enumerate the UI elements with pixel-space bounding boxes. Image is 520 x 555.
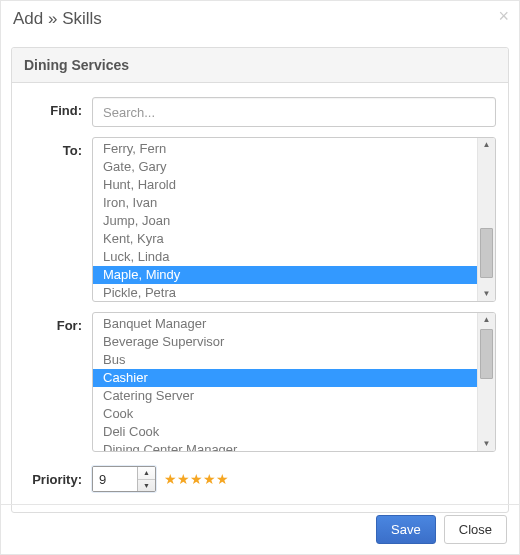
to-scrollbar[interactable]: ▲ ▼ [477,138,495,301]
list-item[interactable]: Bus [93,351,477,369]
list-item[interactable]: Catering Server [93,387,477,405]
list-item[interactable]: Cook [93,405,477,423]
for-scrollbar[interactable]: ▲ ▼ [477,313,495,451]
star-icon: ★ [203,471,216,487]
list-item[interactable]: Gate, Gary [93,158,477,176]
star-icon: ★ [216,471,229,487]
panel: Dining Services Find: To: Ferry, FernGat… [11,47,509,513]
list-item[interactable]: Hunt, Harold [93,176,477,194]
modal-footer: Save Close [1,504,519,554]
close-icon[interactable]: × [498,7,509,25]
scroll-up-icon[interactable]: ▲ [478,313,495,327]
list-item[interactable]: Deli Cook [93,423,477,441]
list-item[interactable]: Maple, Mindy [93,266,477,284]
modal-title: Add » Skills [13,9,102,28]
list-item[interactable]: Kent, Kyra [93,230,477,248]
to-list[interactable]: Ferry, FernGate, GaryHunt, HaroldIron, I… [92,137,496,302]
priority-input[interactable] [93,467,137,491]
search-input[interactable] [92,97,496,127]
list-item[interactable]: Luck, Linda [93,248,477,266]
label-to: To: [24,137,92,158]
priority-stepper[interactable]: ▲ ▼ [92,466,156,492]
step-down-icon[interactable]: ▼ [138,479,155,492]
scroll-down-icon[interactable]: ▼ [478,287,495,301]
list-item[interactable]: Beverage Supervisor [93,333,477,351]
list-item[interactable]: Ferry, Fern [93,140,477,158]
label-priority: Priority: [24,466,92,487]
scroll-up-icon[interactable]: ▲ [478,138,495,152]
for-list[interactable]: Banquet ManagerBeverage SupervisorBusCas… [92,312,496,452]
modal-header: Add » Skills × [1,1,519,39]
scroll-thumb[interactable] [480,228,493,278]
scroll-thumb[interactable] [480,329,493,379]
row-to: To: Ferry, FernGate, GaryHunt, HaroldIro… [24,137,496,302]
modal: Add » Skills × Dining Services Find: To:… [0,0,520,555]
list-item[interactable]: Cashier [93,369,477,387]
star-icon: ★ [177,471,190,487]
panel-body: Find: To: Ferry, FernGate, GaryHunt, Har… [12,83,508,512]
star-icon: ★ [190,471,203,487]
row-find: Find: [24,97,496,127]
priority-stars: ★★★★★ [164,471,229,487]
row-for: For: Banquet ManagerBeverage SupervisorB… [24,312,496,452]
scroll-down-icon[interactable]: ▼ [478,437,495,451]
list-item[interactable]: Dining Center Manager [93,441,477,451]
list-item[interactable]: Iron, Ivan [93,194,477,212]
list-item[interactable]: Banquet Manager [93,315,477,333]
panel-heading: Dining Services [12,48,508,83]
row-priority: Priority: ▲ ▼ ★★★★★ [24,466,496,492]
save-button[interactable]: Save [376,515,436,544]
label-find: Find: [24,97,92,118]
label-for: For: [24,312,92,333]
step-up-icon[interactable]: ▲ [138,467,155,479]
list-item[interactable]: Jump, Joan [93,212,477,230]
star-icon: ★ [164,471,177,487]
list-item[interactable]: Pickle, Petra [93,284,477,301]
close-button[interactable]: Close [444,515,507,544]
